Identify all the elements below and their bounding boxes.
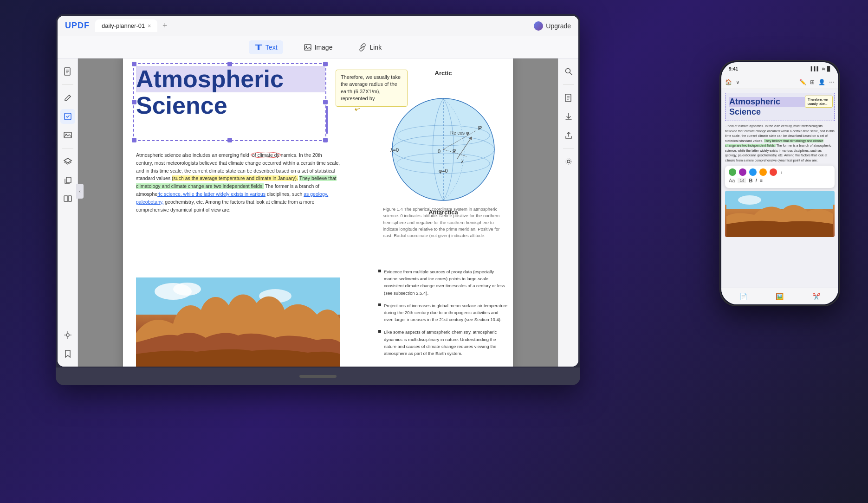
new-tab-button[interactable]: + [159,20,170,32]
bold-button[interactable]: B [749,178,752,183]
phone-tooltip: Therefore, we usually take... [805,96,833,108]
align-button[interactable]: ≡ [760,178,763,183]
tab-close-button[interactable]: × [148,23,151,29]
sidebar-image-icon[interactable] [60,128,75,142]
handle-side-line [326,106,328,134]
svg-text:Arctic: Arctic [435,70,452,77]
phone-frame: 9:41 ▌▌▌ ≋ ▊ 🏠 ∨ ✏️ ⊞ 👤 ⋯ Atmospheric Sc… [719,60,840,306]
svg-text:φ: φ [453,147,456,153]
color-blue-swatch[interactable] [749,168,757,176]
color-toolbar-bottom-row: Aa 14 B I ≡ [729,178,831,183]
svg-rect-13 [68,196,71,201]
figure-caption: Figure 1.4 The spherical coordinate syst… [383,206,508,239]
phone-status-bar: 9:41 ▌▌▌ ≋ ▊ [721,62,838,75]
upgrade-button[interactable]: Upgrade [534,21,571,31]
font-size-value[interactable]: 14 [738,178,746,183]
phone-chevron-icon[interactable]: ∨ [736,79,740,85]
phone-menu-icon[interactable]: ⋯ [829,79,835,85]
sidebar-copy-icon[interactable] [60,173,75,187]
tab-name: daily-planner-01 [102,22,145,29]
phone-status-icons: ▌▌▌ ≋ ▊ [811,66,831,71]
landscape-image [136,277,340,367]
color-orange-swatch[interactable] [759,168,767,176]
more-colors-arrow[interactable]: › [781,170,782,175]
svg-point-14 [66,334,69,336]
svg-rect-0 [255,45,262,45]
laptop-frame: UPDF daily-planner-01 × + Upgrade [56,14,580,385]
sidebar-pages2-icon[interactable] [60,191,75,206]
phone-person-icon[interactable]: 👤 [818,79,825,85]
sidebar-annotate-icon[interactable] [60,109,75,124]
text-icon [254,43,263,52]
bullet-marker-3 [378,330,381,333]
sidebar-collapse-button[interactable]: ‹ [76,184,84,199]
image-tool-button[interactable]: Image [298,40,338,54]
font-style-icon: Aa [729,178,735,183]
svg-text:P: P [478,125,482,131]
sidebar-bookmark-icon[interactable] [60,346,75,361]
svg-point-3 [305,45,307,47]
left-sidebar [58,58,78,367]
right-sidebar-search-icon[interactable] [561,64,576,79]
figure-caption-text: Figure 1.4 The spherical coordinate syst… [383,206,499,238]
italic-button[interactable]: I [755,178,757,183]
sidebar-divider-2 [62,148,73,148]
updf-logo: UPDF [65,21,90,31]
document-title: Atmospheric Science [136,66,325,119]
right-sidebar-export-icon[interactable] [561,128,576,142]
phone-copy-icon[interactable]: ⊞ [810,79,815,85]
handle-bottom-left[interactable] [132,138,136,142]
color-toolbar-top-row: › [729,168,831,176]
phone-content: Atmospheric Science Therefore, we usuall… [721,89,838,241]
svg-point-44 [738,195,761,205]
title-bar: UPDF daily-planner-01 × + Upgrade [58,16,578,36]
text-tool-button[interactable]: Text [249,40,283,54]
active-tab[interactable]: daily-planner-01 × [95,19,157,32]
tab-bar: daily-planner-01 × + [95,19,528,32]
phone-bottom-icon-3[interactable]: ✂️ [812,293,820,300]
svg-line-36 [570,73,572,75]
phone-body-text: ...field of climate dynamics. In the 20t… [725,124,835,163]
svg-text:0: 0 [438,148,440,154]
sidebar-pages-icon[interactable] [60,64,75,79]
sidebar-bottom [60,328,75,361]
sidebar-layers2-icon[interactable] [60,328,75,342]
svg-rect-9 [64,132,71,138]
color-purple-swatch[interactable] [739,168,746,176]
pdf-viewer: Atmospheric Science Therefore, we usuall… [78,58,558,367]
right-sidebar-doc-icon[interactable] [561,90,576,105]
laptop-notch [299,375,337,378]
right-sidebar [558,58,578,367]
link-icon [358,43,367,52]
svg-rect-1 [258,45,259,50]
phone-bottom-bar: 📄 🖼️ ✂️ [721,288,838,304]
phone-wifi-icon: ≋ [822,66,825,71]
phone-bottom-icon-2[interactable]: 🖼️ [776,293,784,300]
svg-point-42 [566,159,571,164]
handle-bottom-right[interactable] [323,138,328,142]
svg-point-33 [173,283,201,296]
phone-bottom-icon-1[interactable]: 📄 [739,293,747,300]
color-green-swatch[interactable] [729,168,736,176]
edit-toolbar: Text Image [58,36,578,58]
sphere-diagram: Arctic [378,66,508,219]
yellow-highlight: (such as the average temperature and cli… [172,175,298,181]
sidebar-edit-icon[interactable] [60,90,75,105]
phone-home-icon[interactable]: 🏠 [725,79,732,85]
right-sidebar-settings-icon[interactable] [561,154,576,169]
phone-landscape-image [725,191,835,237]
body-text: Atmospheric science also includes an eme… [136,151,340,216]
sidebar-layers-icon[interactable] [60,154,75,169]
right-sidebar-download-icon[interactable] [561,109,576,124]
circled-word: of climate dy [251,152,281,158]
bullet-item-1: Evidence from multiple sources of proxy … [378,268,508,297]
handle-bottom-middle[interactable] [227,138,232,142]
phone-color-toolbar: › Aa 14 B I ≡ [725,166,835,188]
svg-text:λ=0: λ=0 [390,147,399,153]
svg-text:φ=0: φ=0 [439,168,448,174]
phone-pencil-icon[interactable]: ✏️ [799,79,806,85]
main-area: ‹ [58,58,578,367]
color-red-swatch[interactable] [770,168,777,176]
link-tool-button[interactable]: Link [353,40,387,54]
svg-rect-11 [66,177,71,183]
